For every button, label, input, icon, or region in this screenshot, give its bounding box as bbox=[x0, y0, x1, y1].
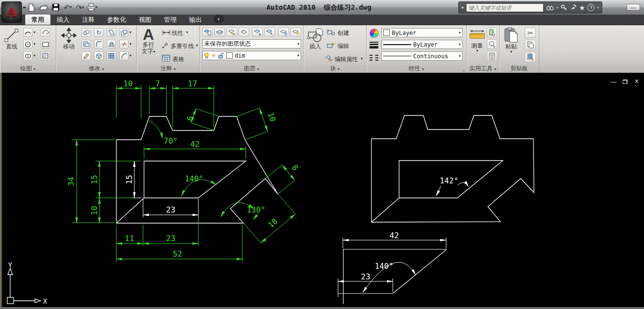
layer-on-bulb-icon[interactable] bbox=[204, 52, 209, 59]
line-tool-button[interactable]: 直线 bbox=[1, 27, 22, 50]
search-input[interactable] bbox=[466, 3, 544, 12]
linear-caret-icon[interactable]: ▾ bbox=[186, 31, 188, 34]
redo-button[interactable]: ↷▾ bbox=[75, 2, 85, 12]
trim-caret-icon[interactable]: ▾ bbox=[129, 42, 131, 46]
cut-button[interactable]: ✂ bbox=[525, 28, 536, 38]
revision-cloud-tool-button[interactable] bbox=[41, 28, 50, 37]
arc-tool-button[interactable] bbox=[23, 28, 32, 37]
linetype-dropdown[interactable]: Continuous ▾ bbox=[381, 51, 463, 61]
tab-insert[interactable]: 插入 bbox=[50, 15, 76, 25]
scale-tool-button[interactable] bbox=[119, 28, 129, 37]
panel-label-properties[interactable]: 特性 ▾ bbox=[367, 65, 466, 72]
layer-freeze-button[interactable] bbox=[278, 28, 289, 36]
drawing-restore-button[interactable] bbox=[622, 79, 628, 84]
move-tool-button[interactable]: 移动 bbox=[58, 27, 80, 50]
rotate-tool-button[interactable]: ↻ bbox=[94, 28, 103, 37]
quick-select-button[interactable] bbox=[487, 28, 497, 37]
hatch-tool-button[interactable] bbox=[41, 51, 50, 60]
lineweight-dropdown[interactable]: ByLayer ▾ bbox=[381, 40, 463, 49]
application-menu-caret-icon[interactable] bbox=[22, 7, 26, 11]
search-caret-icon[interactable]: ▾ bbox=[556, 6, 558, 10]
ellipse-tool-button[interactable] bbox=[23, 51, 32, 60]
fillet-corner-tool-button[interactable] bbox=[94, 40, 103, 49]
circle-tool-button[interactable] bbox=[23, 40, 32, 49]
help-caret-icon[interactable]: ▾ bbox=[597, 6, 599, 10]
tab-annotate[interactable]: 注释 bbox=[76, 15, 101, 25]
layer-unlock-icon[interactable] bbox=[218, 52, 224, 59]
tab-view[interactable]: 视图 bbox=[132, 15, 158, 25]
linetype-icon[interactable] bbox=[370, 53, 378, 62]
erase-tool-button[interactable] bbox=[81, 51, 91, 60]
layer-previous-button[interactable] bbox=[239, 28, 249, 36]
measure-caret-icon[interactable]: ▾ bbox=[476, 49, 478, 53]
drawing-area[interactable]: 10 7 17 6 10 70° 42 34 15 10 140° 130° 1… bbox=[0, 73, 644, 309]
tab-output[interactable]: 输出 bbox=[183, 15, 208, 25]
open-file-button[interactable] bbox=[38, 2, 49, 12]
linear-dim-button[interactable]: 线性 bbox=[172, 29, 183, 37]
panel-label-block[interactable]: 块 ▾ bbox=[304, 65, 366, 72]
mtext-caret-icon[interactable]: ▾ bbox=[153, 50, 155, 54]
help-icon[interactable]: ? bbox=[587, 4, 595, 11]
panel-label-utilities[interactable]: 实用工具 ▾ bbox=[467, 65, 499, 72]
scale-caret-icon[interactable]: ▾ bbox=[129, 31, 131, 34]
block-edit-attr-button[interactable]: 编辑属性 bbox=[335, 55, 358, 64]
paste-special-button[interactable] bbox=[525, 52, 536, 62]
fillet-tool-button[interactable] bbox=[119, 51, 129, 60]
fillet-caret-icon[interactable]: ▾ bbox=[129, 54, 131, 58]
ribbon-minimize-button[interactable]: ▾ bbox=[214, 16, 224, 23]
insert-block-button[interactable]: 插入 bbox=[305, 27, 326, 50]
panel-label-draw[interactable]: 绘图 ▾ bbox=[0, 65, 56, 72]
tab-parametric[interactable]: 参数化 bbox=[101, 15, 132, 25]
infocenter-expand-icon[interactable]: ▸ bbox=[462, 5, 464, 10]
table-button[interactable]: 表格 bbox=[173, 55, 184, 64]
layer-unisolate-button[interactable] bbox=[264, 28, 275, 36]
undo-caret-icon[interactable]: ▾ bbox=[70, 5, 72, 9]
save-button[interactable] bbox=[50, 2, 61, 12]
window-minimize-button[interactable]: — bbox=[627, 4, 640, 11]
layer-thaw-sun-icon[interactable]: ☀ bbox=[211, 52, 216, 59]
trim-tool-button[interactable] bbox=[119, 40, 129, 49]
layer-isolate-button[interactable] bbox=[252, 28, 263, 36]
tab-manage[interactable]: 管理 bbox=[158, 15, 183, 25]
circle-caret-icon[interactable]: ▾ bbox=[33, 42, 35, 46]
favorites-star-icon[interactable]: ★ bbox=[579, 4, 585, 11]
arc-caret-icon[interactable]: ▾ bbox=[33, 31, 35, 34]
block-edit-attr-caret-icon[interactable]: ▾ bbox=[361, 57, 363, 61]
layer-dropdown[interactable]: ☀ dim ▾ bbox=[202, 51, 301, 60]
multileader-button[interactable]: 多重引线 bbox=[171, 42, 194, 50]
offset-tool-button[interactable] bbox=[81, 40, 91, 49]
subscription-key-icon[interactable] bbox=[561, 4, 567, 11]
panel-label-annotation[interactable]: 注释 ▾ bbox=[137, 65, 199, 72]
layer-match-button[interactable] bbox=[226, 28, 237, 36]
layer-states-button[interactable] bbox=[214, 28, 225, 36]
tab-home[interactable]: 常用 bbox=[25, 15, 50, 25]
layer-off-button[interactable] bbox=[290, 28, 301, 36]
ellipse-caret-icon[interactable]: ▾ bbox=[33, 54, 35, 58]
properties-dialog-launcher[interactable]: ⌟ bbox=[463, 67, 465, 72]
copy-tool-button[interactable] bbox=[81, 28, 91, 37]
calculator-button[interactable] bbox=[487, 51, 497, 61]
block-create-button[interactable]: 创建 bbox=[338, 29, 349, 37]
block-edit-button[interactable]: 编辑 bbox=[338, 42, 349, 50]
paste-caret-icon[interactable]: ▾ bbox=[510, 50, 512, 54]
stretch-tool-button[interactable] bbox=[107, 28, 116, 37]
new-file-button[interactable] bbox=[26, 2, 37, 12]
lineweight-icon[interactable] bbox=[370, 41, 378, 49]
rectangle-tool-button[interactable] bbox=[41, 40, 50, 49]
undo-button[interactable]: ↶▾ bbox=[63, 2, 73, 12]
explode-tool-button[interactable] bbox=[94, 51, 103, 60]
plot-caret-icon[interactable]: ▾ bbox=[96, 5, 97, 9]
search-binoculars-icon[interactable] bbox=[546, 4, 554, 11]
array-tool-button[interactable] bbox=[107, 51, 116, 60]
layer-state-dropdown[interactable]: 未保存的图层状态 ▾ bbox=[202, 39, 301, 49]
layer-color-swatch[interactable] bbox=[226, 52, 233, 59]
drawing-minimize-button[interactable]: — bbox=[610, 79, 617, 84]
multileader-caret-icon[interactable]: ▾ bbox=[196, 44, 198, 48]
panel-label-modify[interactable]: 修改 ▾ bbox=[56, 65, 136, 72]
paste-button[interactable]: 粘贴 ▾ bbox=[500, 27, 522, 54]
application-menu-button[interactable]: A bbox=[1, 1, 22, 23]
layer-properties-button[interactable] bbox=[202, 28, 213, 36]
drawing-close-button[interactable]: × bbox=[633, 79, 640, 84]
color-dropdown[interactable]: ByLayer ▾ bbox=[381, 28, 463, 37]
copy-clip-button[interactable] bbox=[525, 40, 536, 50]
